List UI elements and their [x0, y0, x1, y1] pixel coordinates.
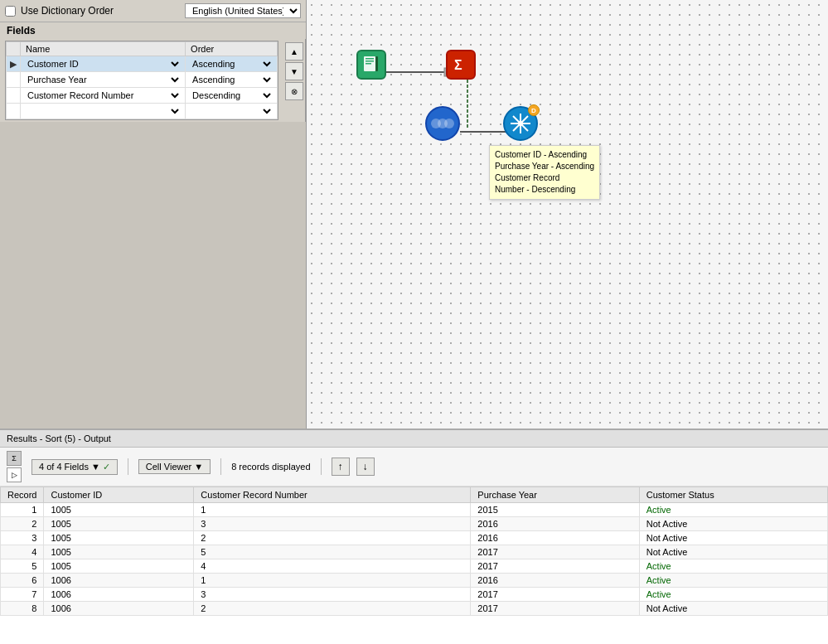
svg-rect-4: [375, 56, 378, 71]
toolbar-row: Use Dictionary Order English (United Sta…: [0, 0, 306, 22]
d-badge: D: [528, 104, 540, 116]
status-cell: Not Active: [639, 517, 827, 531]
row-arrow: [7, 88, 21, 104]
record-number-cell: 2: [194, 602, 471, 616]
record-number-cell: 2: [194, 531, 471, 545]
field-order-select[interactable]: [189, 105, 274, 117]
record-cell: 7: [1, 588, 44, 602]
checkbox-row: Use Dictionary Order: [5, 5, 114, 17]
record-cell: 8: [1, 602, 44, 616]
sigma-icon: Σ: [451, 55, 471, 75]
svg-rect-2: [366, 61, 374, 62]
sort-node[interactable]: D: [503, 106, 538, 141]
purchase-year-cell: 2016: [471, 574, 639, 588]
results-toolbar: Σ ▷ 4 of 4 Fields ▼ ✓ Cell Viewer ▼ 8 re…: [0, 448, 828, 487]
table-row: 7 1006 3 2017 Active: [1, 588, 828, 602]
process-node[interactable]: [425, 106, 460, 141]
field-name-select[interactable]: Customer ID: [24, 58, 182, 70]
cell-viewer-button[interactable]: Cell Viewer ▼: [138, 459, 211, 474]
col-record-header: Record: [1, 487, 44, 503]
field-name-cell: Customer ID: [21, 56, 186, 72]
col-name-header: Name: [21, 42, 186, 56]
customer-id-cell: 1005: [44, 503, 194, 517]
results-sigma-icon: Σ: [7, 451, 22, 466]
record-number-cell: 4: [194, 559, 471, 574]
fields-row[interactable]: ▶ Customer ID Ascending Descending: [7, 56, 278, 72]
purchase-year-cell: 2017: [471, 559, 639, 574]
bottom-panel: Results - Sort (5) - Output Σ ▷ 4 of 4 F…: [0, 429, 828, 644]
fields-row[interactable]: Customer Record Number Descending Ascend…: [7, 88, 278, 104]
record-cell: 5: [1, 559, 44, 574]
status-cell: Not Active: [639, 602, 827, 616]
svg-point-18: [518, 121, 523, 126]
input-node[interactable]: [356, 50, 386, 80]
connector-v: [459, 80, 476, 129]
fields-row[interactable]: [7, 104, 278, 119]
tooltip-line-4: Number - Descending: [495, 184, 594, 196]
left-panel: Use Dictionary Order English (United Sta…: [0, 0, 307, 429]
results-header-text: Results - Sort (5) - Output: [7, 433, 111, 443]
table-row: 1 1005 1 2015 Active: [1, 503, 828, 517]
table-row: 4 1005 5 2017 Not Active: [1, 545, 828, 559]
record-number-cell: 1: [194, 574, 471, 588]
left-bottom-panel: [0, 122, 306, 429]
fields-button[interactable]: 4 of 4 Fields ▼ ✓: [31, 459, 118, 475]
fields-button-label: 4 of 4 Fields: [39, 462, 89, 472]
sort-asc-button[interactable]: ↑: [332, 458, 350, 476]
delete-button[interactable]: ⊗: [285, 82, 303, 100]
use-dictionary-order-checkbox[interactable]: [5, 6, 16, 17]
record-cell: 4: [1, 545, 44, 559]
fields-table: Name Order ▶ Customer ID Ascending Desce…: [6, 41, 278, 119]
record-cell: 3: [1, 531, 44, 545]
fields-dropdown-icon: ▼: [91, 462, 100, 472]
status-cell: Active: [639, 588, 827, 602]
language-select[interactable]: English (United States): [185, 3, 301, 18]
sigma-node[interactable]: Σ: [446, 50, 476, 80]
book-icon: [361, 55, 381, 75]
record-cell: 6: [1, 574, 44, 588]
row-arrow: ▶: [7, 56, 21, 72]
toolbar-separator-2: [220, 458, 221, 475]
tooltip-line-1: Customer ID - Ascending: [495, 149, 594, 161]
field-name-cell: Customer Record Number: [21, 88, 186, 104]
field-name-select[interactable]: Purchase Year: [24, 74, 182, 85]
status-cell: Active: [639, 574, 827, 588]
canvas-panel: Σ: [307, 0, 828, 429]
status-cell: Active: [639, 503, 827, 517]
field-order-select[interactable]: Ascending Descending: [189, 74, 274, 85]
move-up-button[interactable]: ▲: [285, 42, 303, 61]
cell-viewer-label: Cell Viewer: [146, 462, 191, 472]
field-name-select[interactable]: Customer Record Number: [24, 90, 182, 101]
table-row: 6 1006 1 2016 Active: [1, 574, 828, 588]
field-order-select[interactable]: Descending Ascending: [189, 90, 274, 101]
purchase-year-cell: 2016: [471, 517, 639, 531]
field-order-select[interactable]: Ascending Descending: [189, 58, 274, 70]
results-table: Record Customer ID Customer Record Numbe…: [0, 487, 828, 616]
toolbar-separator-3: [321, 458, 322, 475]
results-table-container[interactable]: Record Customer ID Customer Record Numbe…: [0, 487, 828, 644]
purchase-year-cell: 2017: [471, 588, 639, 602]
results-header: Results - Sort (5) - Output: [0, 430, 828, 448]
fields-check-icon: ✓: [103, 462, 110, 472]
svg-text:Σ: Σ: [454, 58, 462, 72]
process-icon: [429, 115, 456, 132]
status-cell: Not Active: [639, 531, 827, 545]
fields-row[interactable]: Purchase Year Ascending Descending: [7, 72, 278, 88]
table-row: 2 1005 3 2016 Not Active: [1, 517, 828, 531]
col-purchase-year-header: Purchase Year: [471, 487, 639, 503]
records-count: 8 records displayed: [231, 462, 310, 472]
svg-rect-1: [366, 58, 374, 60]
fields-label: Fields: [0, 22, 306, 39]
record-number-cell: 3: [194, 588, 471, 602]
field-order-cell: Ascending Descending: [186, 56, 278, 72]
field-name-select[interactable]: [24, 105, 182, 117]
record-number-cell: 5: [194, 545, 471, 559]
col-customer-id-header: Customer ID: [44, 487, 194, 503]
record-number-cell: 1: [194, 503, 471, 517]
snowflake-icon: [509, 112, 532, 135]
move-down-button[interactable]: ▼: [285, 62, 303, 80]
sort-desc-button[interactable]: ↓: [356, 458, 375, 476]
customer-id-cell: 1006: [44, 602, 194, 616]
field-order-cell: Ascending Descending: [186, 72, 278, 88]
results-browse-icon[interactable]: ▷: [7, 467, 22, 482]
